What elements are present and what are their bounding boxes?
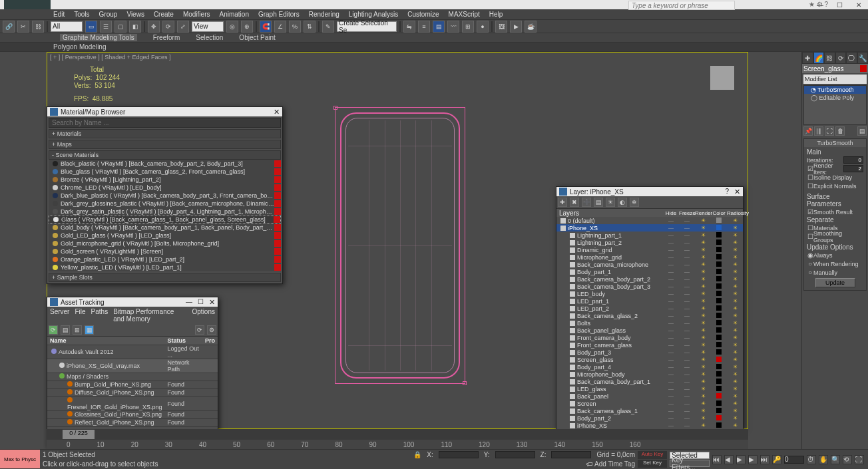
layer-row[interactable]: Body_part_2——☀☀ <box>556 414 743 422</box>
tree-icon[interactable]: ⊞ <box>73 325 82 335</box>
isoline-checkbox[interactable]: ☐ <box>807 174 813 181</box>
time-slider-thumb[interactable]: 0 / 225 <box>63 430 95 439</box>
layer-row[interactable]: Dinamic_grid——☀☀ <box>556 246 743 253</box>
add-to-layer-icon[interactable]: ➕ <box>582 198 591 207</box>
help-icon[interactable]: ? <box>725 188 729 196</box>
panel-close-button[interactable]: ✕ <box>734 188 740 196</box>
layer-row[interactable]: LED_part_2——☀☀ <box>556 305 743 312</box>
menu-help[interactable]: Help <box>489 11 503 18</box>
panel-close-button[interactable]: ✕ <box>274 108 280 116</box>
menu-create[interactable]: Create <box>154 11 174 18</box>
panel-titlebar[interactable]: Material/Map Browser ✕ <box>47 107 282 116</box>
viewport-object-phone[interactable] <box>340 112 460 379</box>
modifier-list-dropdown[interactable]: Modifier List <box>803 75 867 84</box>
material-search-input[interactable] <box>49 118 281 128</box>
menu-animation[interactable]: Animation <box>219 11 248 18</box>
tab-utilities-icon[interactable]: 🔧 <box>857 52 869 64</box>
options-icon[interactable]: ⟳ <box>195 325 204 335</box>
asset-row[interactable]: iPhone_XS_Gold_vray.maxNetwork Path <box>47 359 218 373</box>
at-menu-item[interactable]: Options <box>192 308 215 323</box>
layer-row[interactable]: Back_camera_body_part_1——☀☀ <box>556 378 743 385</box>
layer-row[interactable]: Screen_glass——☀☀ <box>556 356 743 363</box>
layer-row[interactable]: Lightning_part_2——☀☀ <box>556 239 743 246</box>
time-slider[interactable]: 0 / 225 <box>47 429 748 440</box>
material-map-browser-panel[interactable]: Material/Map Browser ✕ + Materials + Map… <box>47 106 283 284</box>
panel-titlebar[interactable]: Layer: iPhone_XS ?✕ <box>556 187 743 196</box>
menu-lighting-analysis[interactable]: Lighting Analysis <box>349 11 399 18</box>
layer-row[interactable]: Body_part_1——☀☀ <box>556 268 743 275</box>
align-icon[interactable]: ≡ <box>418 21 430 33</box>
bind-icon[interactable]: ⛓ <box>32 21 44 33</box>
link-icon[interactable]: 🔗 <box>3 21 15 33</box>
asset-row[interactable]: Autodesk Vault 2012Logged Out ... <box>47 345 218 359</box>
select-rect-icon[interactable]: ▢ <box>114 21 126 33</box>
rotate-icon[interactable]: ⟳ <box>162 21 174 33</box>
schematic-icon[interactable]: ⊞ <box>462 21 474 33</box>
layer-row[interactable]: Body_part_4——☀☀ <box>556 363 743 371</box>
layer-row[interactable]: Back_camera_body_part_2——☀☀ <box>556 275 743 283</box>
material-item[interactable]: Orange_plastic_LED ( VRayMtl ) [LED_part… <box>49 255 281 263</box>
layer-row[interactable]: Front_camera_glass——☀☀ <box>556 341 743 349</box>
asset-row[interactable]: Reflect_Gold_iPhone_XS.pngFound <box>47 418 218 426</box>
goto-end-icon[interactable]: ⏭ <box>760 455 769 464</box>
setkey-button[interactable]: Set Key <box>638 460 667 468</box>
manipulate-icon[interactable]: ⊕ <box>241 21 253 33</box>
pivot-icon[interactable]: ◎ <box>226 21 238 33</box>
viewport-label[interactable]: [ + ] [ Perspective ] [ Shaded + Edged F… <box>50 54 171 61</box>
at-menu-item[interactable]: File <box>75 308 85 323</box>
curve-editor-icon[interactable]: 〰 <box>447 21 459 33</box>
layer-row[interactable]: Lightning_part_1——☀☀ <box>556 232 743 239</box>
selection-filter-dropdown[interactable]: All <box>51 21 83 32</box>
asset-tracking-menu[interactable]: ServerFilePathsBitmap Performance and Me… <box>47 307 218 324</box>
asset-row[interactable]: Diffuse_Gold_iPhone_XS.pngFound <box>47 389 218 396</box>
turbosmooth-rollout[interactable]: TurboSmooth Main Iterations: ☑Render Ite… <box>803 138 867 291</box>
section-sample-slots[interactable]: + Sample Slots <box>49 273 281 282</box>
menu-edit[interactable]: Edit <box>53 11 65 18</box>
layer-toolbar[interactable]: ✚ ✖ ➕ ▤ ☀ ◐ ❄ <box>556 196 743 209</box>
render-iters-checkbox[interactable]: ☑ <box>807 165 813 172</box>
nav-max-icon[interactable]: ⛶ <box>855 455 864 464</box>
material-item[interactable]: Bronze ( VRayMtl ) [Lightning_part_2] <box>49 176 281 184</box>
modifier-stack[interactable]: ◔ TurboSmooth◯ Editable Poly <box>803 85 867 125</box>
prev-frame-icon[interactable]: ◀ <box>724 455 734 464</box>
render-setup-icon[interactable]: 🖼 <box>495 21 507 33</box>
show-end-icon[interactable]: |‖ <box>814 126 823 136</box>
column-proxy[interactable]: Pro <box>202 337 218 345</box>
play-icon[interactable]: ▶ <box>736 455 746 464</box>
highlight-layer-icon[interactable]: ☀ <box>606 198 615 207</box>
layer-row[interactable]: Back_camera_body_part_3——☀☀ <box>556 283 743 290</box>
mirror-icon[interactable]: ⇋ <box>403 21 415 33</box>
maxscript-listener[interactable]: Max to Physc <box>0 450 40 468</box>
ribbon-tab[interactable]: Object Paint <box>239 34 275 41</box>
asset-row[interactable]: Maps / Shaders <box>47 373 218 381</box>
layer-row[interactable]: LED_glass——☀☀ <box>556 385 743 392</box>
material-item[interactable]: Blue_glass ( VRayMtl ) [Back_camera_glas… <box>49 168 281 176</box>
material-item[interactable]: Black_plastic ( VRayMtl ) [Back_camera_b… <box>49 160 281 168</box>
angle-snap-icon[interactable]: ∠ <box>274 21 286 33</box>
layer-row[interactable]: Microphone_grid——☀☀ <box>556 253 743 261</box>
menu-tools[interactable]: Tools <box>74 11 89 18</box>
layer-row[interactable]: Microphone_body——☀☀ <box>556 371 743 378</box>
current-frame-input[interactable] <box>784 456 804 464</box>
modifier-stack-item[interactable]: ◯ Editable Poly <box>804 94 866 102</box>
layers-icon[interactable]: ▤ <box>433 21 445 33</box>
ribbon-tab[interactable]: Graphite Modeling Tools <box>60 34 137 41</box>
command-panel-tabs[interactable]: ✚ 🌈 ⛓ ⟳ 🖵 🔧 <box>802 52 868 64</box>
layer-manager-panel[interactable]: Layer: iPhone_XS ?✕ ✚ ✖ ➕ ▤ ☀ ◐ ❄ Layers… <box>556 186 744 430</box>
tab-hierarchy-icon[interactable]: ⛓ <box>824 52 835 64</box>
rollout-title[interactable]: TurboSmooth <box>804 139 866 147</box>
transform-x-input[interactable] <box>439 451 479 458</box>
render-frame-icon[interactable]: ▶ <box>510 21 522 33</box>
material-item[interactable]: Glass ( VRayMtl ) [Back_camera_glass_1, … <box>49 216 281 224</box>
layer-row[interactable]: Back_panel_glass——☀☀ <box>556 327 743 334</box>
asset-tracking-table[interactable]: Name Status Pro Autodesk Vault 2012Logge… <box>47 337 218 427</box>
object-name-field[interactable]: Screen_glass <box>802 64 868 73</box>
asset-tracking-toolbar[interactable]: ⟳ ▤ ⊞ ▦ ⟳ ⚙ <box>47 324 218 337</box>
section-scene-materials[interactable]: - Scene Materials <box>49 150 281 160</box>
hide-layer-icon[interactable]: ◐ <box>618 198 627 207</box>
layer-row[interactable]: Back_camera_glass_1——☀☀ <box>556 407 743 414</box>
menu-graph-editors[interactable]: Graph Editors <box>258 11 300 18</box>
material-item[interactable]: Yellow_plastic_LED ( VRayMtl ) [LED_part… <box>49 263 281 271</box>
iterations-spinner[interactable] <box>843 156 863 164</box>
layer-row[interactable]: iPhone_XS——☀☀ <box>556 422 743 429</box>
